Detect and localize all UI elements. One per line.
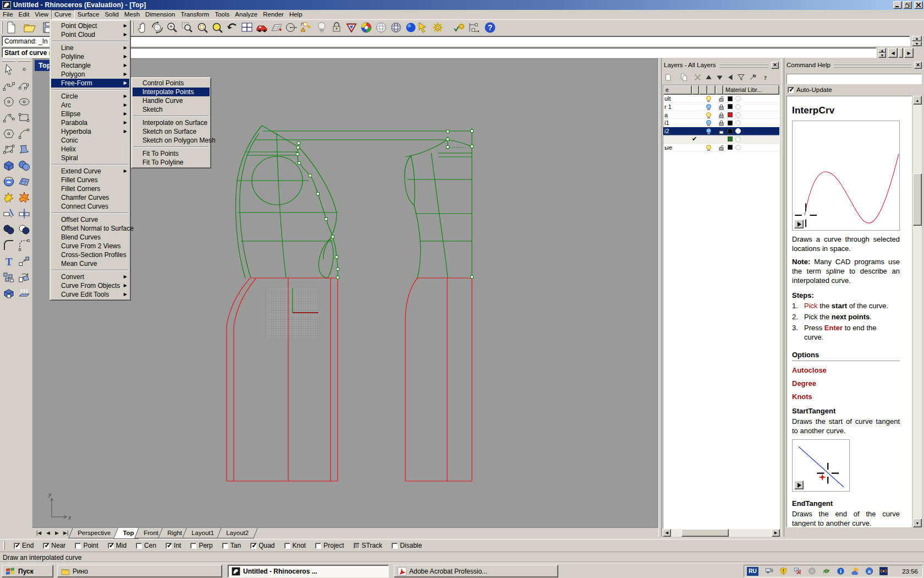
layers-col-color[interactable] [716, 85, 723, 95]
prompt-scroll-thumb[interactable] [899, 48, 903, 58]
viewport-tab-layout2[interactable]: Layout2 [217, 528, 258, 538]
layer-material-dot[interactable] [735, 96, 741, 101]
layers-col-visible[interactable] [699, 85, 707, 95]
command-history-line[interactable]: Command: _In [2, 36, 910, 46]
menu-item-helix[interactable]: Helix [51, 145, 129, 154]
osnap-end[interactable]: ✓End [14, 542, 34, 549]
menu-dimension[interactable]: Dimension [142, 10, 178, 19]
move-icon[interactable] [18, 255, 31, 268]
tab-nav-next[interactable]: ▶ [55, 530, 59, 536]
lock-icon[interactable] [329, 20, 344, 35]
layer-material-dot[interactable] [735, 120, 741, 126]
text-object-icon[interactable]: T [2, 255, 15, 268]
sphere-wire-icon[interactable] [389, 20, 403, 35]
layer-row[interactable]: a [663, 111, 779, 119]
help-panel-grip[interactable] [834, 64, 911, 68]
curve-handles-icon[interactable] [18, 79, 31, 92]
taskbar-button-folder[interactable]: Рино [57, 565, 222, 577]
zoom-selected-icon[interactable] [195, 20, 210, 35]
menu-item-point-cloud[interactable]: Point Cloud▶ [51, 30, 129, 39]
layer-lock-icon[interactable] [718, 104, 724, 110]
osnap-mid[interactable]: ✓Mid [108, 542, 127, 549]
surface-points-icon[interactable] [2, 143, 15, 156]
polygon-icon[interactable] [2, 127, 15, 140]
osnap-near[interactable]: ✓Near [43, 542, 65, 549]
layer-tools-icon[interactable] [749, 73, 758, 82]
update-util-icon[interactable] [822, 567, 831, 575]
pointer-arrow-icon[interactable] [2, 63, 15, 77]
menu-item-offset-normal-to-surface[interactable]: Offset Normal to Surface [51, 224, 129, 233]
menu-item-polygon[interactable]: Polygon▶ [51, 70, 129, 79]
help-icon[interactable]: ? [483, 20, 497, 35]
menu-item-curve-from-objects[interactable]: Curve From Objects▶ [51, 281, 129, 290]
menu-surface[interactable]: Surface [75, 10, 102, 19]
layers-col-lock[interactable] [707, 85, 716, 95]
menu-item-convert[interactable]: Convert▶ [51, 272, 129, 281]
menu-item-mean-curve[interactable]: Mean Curve [51, 259, 129, 268]
layer-material-dot[interactable] [735, 137, 741, 142]
language-indicator[interactable]: RU [747, 567, 758, 576]
surface-patch-icon[interactable] [18, 175, 31, 188]
menu-item-fillet-curves[interactable]: Fillet Curves [51, 176, 129, 184]
layer-lock-icon[interactable] [718, 96, 724, 102]
arc-icon[interactable] [18, 127, 31, 140]
cd-player-icon[interactable] [808, 567, 816, 575]
layer-color-swatch[interactable] [728, 137, 733, 141]
osnap-tan[interactable]: Tan [222, 542, 241, 549]
menu-help[interactable]: Help [287, 10, 305, 19]
layer-row[interactable]: ✔ [663, 135, 779, 144]
layer-material-dot[interactable] [735, 145, 741, 150]
menu-mesh[interactable]: Mesh [122, 10, 142, 19]
restore-button[interactable] [903, 1, 912, 9]
menu-item-offset-curve[interactable]: Offset Curve [51, 215, 129, 224]
folder-icon[interactable] [61, 567, 70, 576]
delete-layer-icon[interactable] [694, 73, 703, 82]
viewport-tab-perspective[interactable]: Perspective [68, 528, 120, 538]
copy-layer-icon[interactable] [680, 73, 689, 82]
layer-row[interactable]: i2 [663, 127, 779, 135]
prompt-scroll-right[interactable]: ▶ [904, 48, 914, 58]
submenu-item-fit-to-points[interactable]: Fit To Points [133, 149, 210, 158]
menu-item-ellipse[interactable]: Ellipse▶ [51, 110, 129, 118]
osnap-perp[interactable]: Perp [190, 542, 212, 549]
osnap-strack[interactable]: STrack [354, 542, 383, 549]
layer-material-dot[interactable] [735, 104, 741, 110]
zoom-extents-icon[interactable] [210, 20, 224, 35]
zoom-window-icon[interactable] [180, 20, 194, 35]
minimize-button[interactable] [893, 1, 902, 9]
menu-item-cross-section-profiles[interactable]: Cross-Section Profiles [51, 250, 129, 259]
menu-curve[interactable]: Curve [51, 10, 75, 19]
menu-item-curve-edit-tools[interactable]: Curve Edit Tools▶ [51, 290, 129, 299]
layers-panel-grip[interactable] [719, 64, 768, 68]
menu-tools[interactable]: Tools [212, 10, 232, 19]
zoom-dynamic-icon[interactable] [165, 20, 179, 35]
move-down-icon[interactable] [716, 73, 725, 82]
weather-icon[interactable] [851, 567, 859, 575]
menu-view[interactable]: View [32, 10, 51, 19]
layers-col-name[interactable]: e [663, 85, 692, 95]
acrobat-icon[interactable] [398, 567, 406, 576]
emap-icon[interactable] [18, 287, 31, 300]
layer-color-swatch[interactable] [728, 104, 733, 109]
menu-item-point-object[interactable]: Point Object▶ [51, 21, 129, 30]
menu-item-rectangle[interactable]: Rectangle▶ [51, 61, 129, 70]
taskbar-button-acrobat[interactable]: Adobe Acrobat Professio... [394, 565, 558, 577]
layer-visibility-bulb[interactable] [706, 112, 711, 118]
blocks-icon[interactable] [2, 271, 15, 284]
solid-box-icon[interactable] [2, 287, 15, 300]
menu-item-chamfer-curves[interactable]: Chamfer Curves [51, 193, 129, 202]
curved-surface-icon[interactable] [18, 143, 31, 156]
menu-item-hyperbola[interactable]: Hyperbola▶ [51, 127, 129, 136]
layer-visibility-bulb[interactable] [706, 145, 711, 151]
layer-material-dot[interactable] [735, 112, 741, 118]
help-scrollbar[interactable]: ▲ ▼ [913, 96, 922, 527]
torus-icon[interactable] [2, 175, 15, 188]
layer-visibility-bulb[interactable] [706, 128, 711, 134]
menu-item-arc[interactable]: Arc▶ [51, 101, 129, 110]
open-folder-icon[interactable] [23, 20, 37, 35]
ellipse-icon[interactable] [18, 95, 31, 108]
menu-analyze[interactable]: Analyze [232, 10, 260, 19]
osnap-knot[interactable]: Knot [284, 542, 306, 549]
layer-lock-icon[interactable] [718, 145, 724, 151]
layer-visibility-bulb[interactable] [706, 96, 711, 102]
